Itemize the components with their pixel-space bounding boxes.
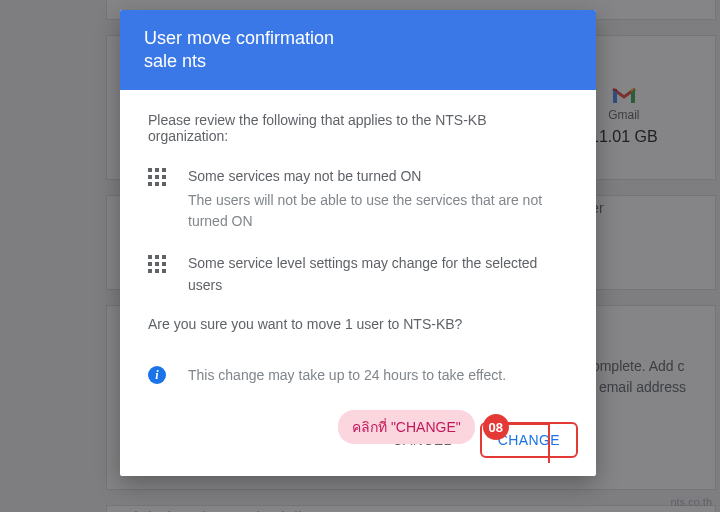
callout-label: คลิกที่ "CHANGE" — [338, 410, 475, 444]
apps-grid-icon — [148, 255, 166, 273]
item-sub: The users will not be able to use the se… — [188, 190, 568, 233]
apps-grid-icon — [148, 168, 166, 186]
item-heading: Some service level settings may change f… — [188, 253, 568, 296]
dialog-intro-text: Please review the following that applies… — [148, 112, 568, 144]
info-row: i This change may take up to 24 hours to… — [148, 366, 568, 384]
info-text: This change may take up to 24 hours to t… — [188, 367, 506, 383]
callout-step-number: 08 — [483, 414, 509, 440]
dialog-list-item: Some service level settings may change f… — [148, 253, 568, 296]
item-heading: Some services may not be turned ON — [188, 166, 568, 188]
item-text: Some services may not be turned ON The u… — [188, 166, 568, 233]
dialog-subtitle: sale nts — [144, 51, 572, 72]
dialog-title: User move confirmation — [144, 28, 572, 49]
confirm-question: Are you sure you want to move 1 user to … — [148, 316, 568, 332]
item-text: Some service level settings may change f… — [188, 253, 568, 296]
dialog-header: User move confirmation sale nts — [120, 10, 596, 90]
user-move-confirmation-dialog: User move confirmation sale nts Please r… — [120, 10, 596, 476]
dialog-list-item: Some services may not be turned ON The u… — [148, 166, 568, 233]
info-icon: i — [148, 366, 166, 384]
annotation-callout: คลิกที่ "CHANGE" 08 — [338, 410, 509, 444]
dialog-body: Please review the following that applies… — [120, 90, 596, 412]
